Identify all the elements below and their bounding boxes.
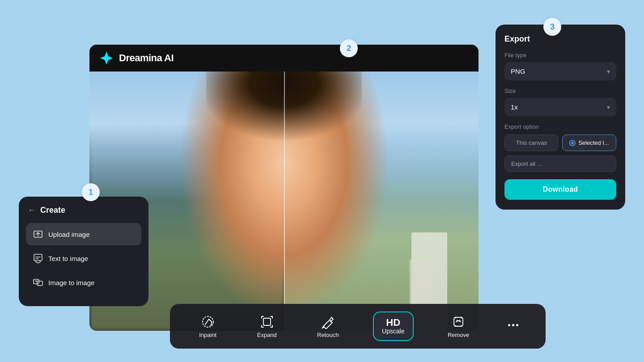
toolbar-remove[interactable]: Remove xyxy=(441,310,475,343)
image-to-image-icon xyxy=(33,278,43,287)
export-options-row: This canvas Selected I... xyxy=(504,135,616,151)
radio-selected-icon xyxy=(569,140,576,146)
toolbar-expand[interactable]: Expand xyxy=(251,310,283,343)
upload-image-icon xyxy=(33,229,43,239)
canvas-split-line xyxy=(284,72,285,331)
svg-rect-2 xyxy=(454,317,463,326)
svg-rect-1 xyxy=(263,318,271,325)
image-to-image-label: Image to image xyxy=(48,279,94,286)
toolbar-more[interactable] xyxy=(504,320,523,333)
more-dots-icon xyxy=(508,324,518,326)
canvas-header: Dreamina AI xyxy=(89,45,479,72)
toolbar-retouch-label: Retouch xyxy=(317,332,339,338)
bottom-toolbar: Inpaint Expand Retouch HD Upscale Remove xyxy=(170,304,546,349)
create-header: ← Create xyxy=(26,206,141,215)
svg-rect-6 xyxy=(37,281,42,286)
toolbar-hd-upscale[interactable]: HD Upscale xyxy=(373,311,414,341)
export-option-label: Export option xyxy=(504,123,616,130)
text-to-image-label: Text to image xyxy=(48,255,88,262)
retouch-icon xyxy=(321,315,335,329)
export-panel: Export File type PNG ▾ Size 1x ▾ Export … xyxy=(496,25,625,210)
back-icon[interactable]: ← xyxy=(28,206,36,215)
inpaint-icon xyxy=(201,315,215,329)
file-type-label: File type xyxy=(504,52,616,59)
export-option-selected[interactable]: Selected I... xyxy=(562,135,616,151)
logo-icon xyxy=(98,50,114,66)
svg-rect-4 xyxy=(34,254,42,261)
toolbar-remove-label: Remove xyxy=(448,332,469,338)
hd-label: HD xyxy=(386,318,400,328)
expand-icon xyxy=(260,315,274,329)
size-value: 1x xyxy=(511,103,518,111)
toolbar-inpaint-label: Inpaint xyxy=(199,332,216,338)
remove-icon xyxy=(451,315,466,329)
file-type-value: PNG xyxy=(511,67,525,75)
app-title: Dreamina AI xyxy=(119,52,174,64)
toolbar-inpaint[interactable]: Inpaint xyxy=(193,310,223,343)
upscale-label: Upscale xyxy=(382,328,405,335)
step-badge-1: 1 xyxy=(82,183,100,201)
file-type-select[interactable]: PNG ▾ xyxy=(504,62,616,80)
export-title: Export xyxy=(504,34,616,44)
size-select[interactable]: 1x ▾ xyxy=(504,98,616,116)
create-text-to-image[interactable]: Text to image xyxy=(26,247,141,269)
size-label: Size xyxy=(504,88,616,94)
file-type-arrow-icon: ▾ xyxy=(607,68,610,75)
create-title: Create xyxy=(40,206,65,215)
create-upload-image[interactable]: Upload image xyxy=(26,223,141,245)
step-badge-3: 3 xyxy=(543,18,561,36)
create-image-to-image[interactable]: Image to image xyxy=(26,271,141,294)
create-panel: ← Create Upload image Text to image Imag… xyxy=(19,197,148,306)
step-badge-2: 2 xyxy=(340,39,358,57)
size-arrow-icon: ▾ xyxy=(607,104,610,111)
toolbar-expand-label: Expand xyxy=(257,332,277,338)
export-all-button[interactable]: Export all ... xyxy=(504,156,616,172)
export-all-row: Export all ... xyxy=(504,156,616,172)
text-to-image-icon xyxy=(33,253,43,263)
download-button[interactable]: Download xyxy=(504,179,616,200)
toolbar-retouch[interactable]: Retouch xyxy=(311,310,345,343)
export-option-this-canvas[interactable]: This canvas xyxy=(504,135,559,151)
upload-image-label: Upload image xyxy=(48,231,90,238)
